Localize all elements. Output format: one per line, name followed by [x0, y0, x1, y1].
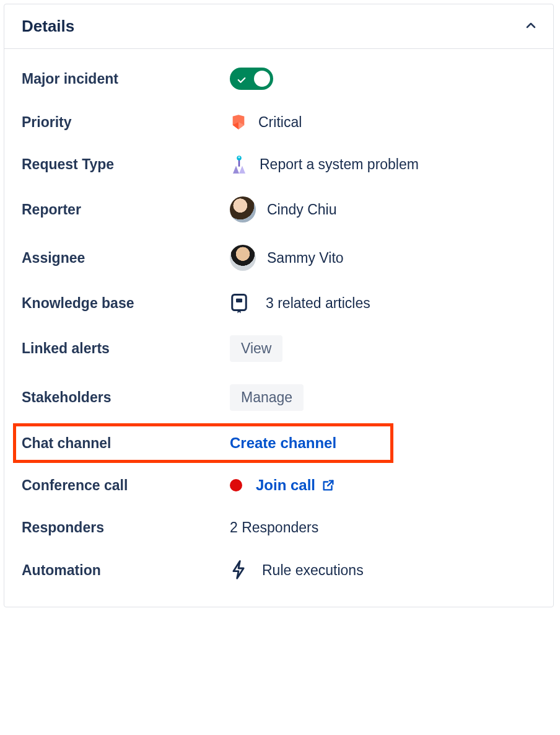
- chevron-up-icon: [523, 18, 538, 35]
- svg-rect-6: [236, 299, 242, 302]
- label-stakeholders: Stakeholders: [22, 389, 230, 406]
- row-assignee: Assignee Sammy Vito: [4, 234, 553, 282]
- automation-text: Rule executions: [262, 562, 364, 579]
- label-automation: Automation: [22, 562, 230, 579]
- row-linked-alerts: Linked alerts View: [4, 324, 553, 373]
- label-priority: Priority: [22, 114, 230, 131]
- row-major-incident: Major incident: [4, 56, 553, 101]
- row-stakeholders: Stakeholders Manage: [4, 373, 553, 422]
- book-icon: [230, 293, 248, 313]
- row-knowledge-base: Knowledge base 3 related articles: [4, 282, 553, 324]
- request-type-icon: [230, 155, 248, 174]
- assignee-name: Sammy Vito: [267, 250, 344, 266]
- external-link-icon: [322, 478, 335, 492]
- label-linked-alerts: Linked alerts: [22, 340, 230, 357]
- view-button[interactable]: View: [230, 335, 282, 362]
- label-responders: Responders: [22, 519, 230, 536]
- check-icon: [236, 73, 247, 89]
- kb-text: 3 related articles: [266, 295, 370, 312]
- row-priority: Priority Critical: [4, 101, 553, 143]
- row-automation: Automation Rule executions: [4, 548, 553, 592]
- value-assignee[interactable]: Sammy Vito: [230, 245, 344, 271]
- toggle-knob: [254, 71, 270, 87]
- svg-marker-0: [233, 166, 239, 174]
- details-header[interactable]: Details: [4, 4, 553, 49]
- panel-body: Major incident Priority Critical Requ: [4, 49, 553, 607]
- svg-point-4: [238, 156, 240, 158]
- details-panel: Details Major incident Priority: [4, 4, 554, 607]
- lightning-icon: [230, 560, 247, 581]
- live-indicator-icon: [230, 479, 242, 491]
- row-request-type: Request Type Report a system problem: [4, 143, 553, 185]
- join-call-text: Join call: [256, 477, 315, 494]
- label-chat-channel: Chat channel: [22, 435, 230, 452]
- reporter-avatar: [230, 196, 256, 222]
- svg-rect-2: [238, 160, 240, 167]
- label-assignee: Assignee: [22, 250, 230, 266]
- request-type-text: Report a system problem: [260, 156, 419, 173]
- row-conference-call: Conference call Join call: [4, 464, 553, 506]
- join-call-link[interactable]: Join call: [256, 477, 335, 494]
- manage-button[interactable]: Manage: [230, 384, 304, 411]
- value-request-type[interactable]: Report a system problem: [230, 155, 419, 174]
- priority-text: Critical: [258, 114, 302, 131]
- assignee-avatar: [230, 245, 256, 271]
- reporter-name: Cindy Chiu: [267, 201, 337, 218]
- value-automation[interactable]: Rule executions: [230, 560, 364, 581]
- create-channel-link[interactable]: Create channel: [230, 434, 336, 452]
- panel-title: Details: [22, 17, 74, 36]
- label-request-type: Request Type: [22, 156, 230, 173]
- label-major-incident: Major incident: [22, 71, 230, 87]
- svg-marker-1: [239, 166, 245, 174]
- label-conference: Conference call: [22, 477, 230, 494]
- row-responders: Responders 2 Responders: [4, 506, 553, 548]
- responders-text: 2 Responders: [230, 519, 318, 536]
- value-kb[interactable]: 3 related articles: [230, 293, 370, 313]
- row-reporter: Reporter Cindy Chiu: [4, 185, 553, 234]
- priority-critical-icon: [230, 113, 247, 131]
- value-responders[interactable]: 2 Responders: [230, 519, 318, 536]
- label-reporter: Reporter: [22, 201, 230, 218]
- label-kb: Knowledge base: [22, 295, 230, 312]
- value-priority[interactable]: Critical: [230, 113, 302, 131]
- value-reporter[interactable]: Cindy Chiu: [230, 196, 337, 222]
- major-incident-toggle[interactable]: [230, 68, 273, 90]
- row-chat-channel: Chat channel Create channel: [4, 422, 553, 464]
